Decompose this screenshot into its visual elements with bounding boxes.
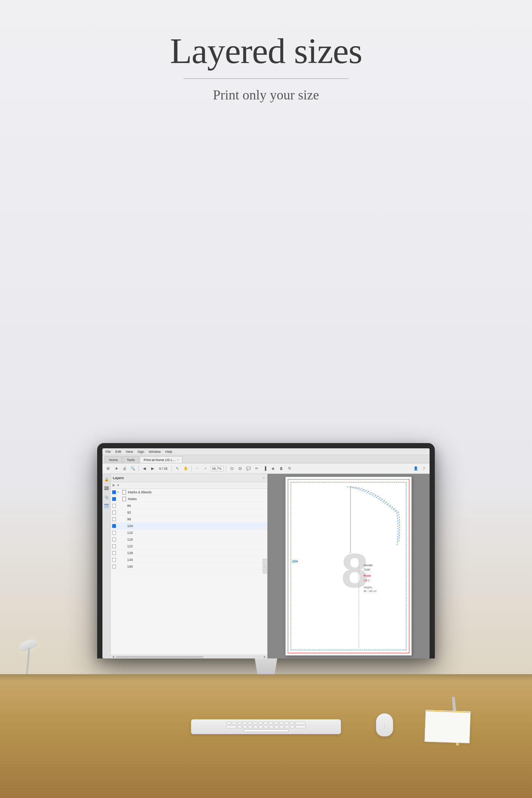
fit-page-icon[interactable]: ⊡ — [228, 465, 235, 472]
key — [279, 722, 284, 724]
layer-item-notes[interactable]: Notes — [111, 496, 267, 502]
comment-icon[interactable]: 💬 — [245, 465, 252, 472]
layers-panel: Layers × ⊞ ▾ ▾ — [111, 474, 268, 658]
layer-item-140[interactable]: 140 — [111, 563, 267, 570]
acrobat-left-panel-icons: 🔒 📎 — [102, 474, 111, 658]
layer-item-92[interactable]: 92 — [111, 509, 267, 516]
highlight-icon[interactable]: ▐ — [261, 465, 268, 472]
tab-close-icon[interactable]: × — [177, 458, 179, 461]
menu-sign[interactable]: Sign — [137, 450, 144, 454]
pages-icon[interactable]: ⊞ — [105, 465, 111, 472]
layer-item-98[interactable]: 98 — [111, 516, 267, 523]
svg-rect-2 — [104, 489, 109, 490]
layer-label-86: 86 — [122, 504, 266, 508]
layer-checkbox-92[interactable] — [112, 511, 116, 514]
key-enter — [295, 726, 306, 728]
menu-window[interactable]: Window — [149, 450, 161, 454]
layer-checkbox-notes[interactable] — [112, 497, 116, 501]
key — [263, 722, 268, 724]
zoom-icon[interactable]: 🔍 — [129, 465, 136, 472]
layer-checkbox-110[interactable] — [112, 531, 116, 535]
svg-rect-4 — [104, 506, 109, 507]
layer-item-128[interactable]: 128 — [111, 550, 267, 556]
menu-file[interactable]: File — [105, 450, 111, 454]
layer-item-104[interactable]: 104 — [111, 523, 267, 529]
scrollbar-thumb — [116, 656, 203, 658]
title-divider — [183, 78, 349, 79]
tab-home[interactable]: Home — [105, 456, 122, 463]
scroll-right-icon[interactable]: ▶ — [264, 655, 266, 658]
layer-item-116[interactable]: 116 — [111, 536, 267, 543]
layers-tool-1[interactable]: ⊞ — [112, 484, 115, 487]
page-number-label: 104 — [292, 559, 298, 563]
layers-icon[interactable] — [104, 485, 110, 491]
help-icon[interactable]: ? — [421, 465, 427, 472]
key — [237, 726, 242, 728]
key — [248, 726, 252, 728]
menu-edit[interactable]: Edit — [116, 450, 122, 454]
next-page-icon[interactable]: ▶ — [149, 465, 156, 472]
bookmark-icon[interactable]: ★ — [113, 465, 120, 472]
menu-view[interactable]: View — [126, 450, 133, 454]
layer-item-122[interactable]: 122 — [111, 543, 267, 550]
layer-item-110[interactable]: 110 — [111, 529, 267, 536]
key — [285, 726, 289, 728]
layers-panel-icon[interactable] — [104, 503, 110, 509]
tab-document[interactable]: Print-at-home US L... × — [140, 456, 183, 463]
tab-tools[interactable]: Tools — [123, 456, 139, 463]
layer-item-134[interactable]: 134 — [111, 556, 267, 563]
zoom-level[interactable]: 66.7% — [210, 466, 224, 471]
key — [290, 722, 294, 724]
layer-label-98: 98 — [122, 517, 266, 521]
print-icon[interactable]: 🖨 — [121, 465, 128, 472]
crop-icon[interactable]: ⊟ — [237, 465, 243, 472]
layer-checkbox-128[interactable] — [112, 551, 116, 555]
layer-checkbox-86[interactable] — [112, 504, 116, 508]
layers-close-button[interactable]: × — [263, 476, 264, 480]
layer-checkbox-marks-bleeds[interactable] — [112, 490, 116, 494]
heights-label: Heights: — [364, 586, 376, 589]
rotate-icon[interactable]: ↻ — [286, 465, 293, 472]
layer-expand-marks-bleeds[interactable]: ▾ — [117, 491, 120, 494]
toolbar-tabs: Home Tools Print-at-home US L... × — [102, 455, 430, 463]
hand-tool-icon[interactable]: ✋ — [182, 465, 189, 472]
cursor-tool-icon[interactable]: ↖ — [174, 465, 181, 472]
panel-expand-arrow[interactable]: › — [263, 559, 267, 574]
draw-icon[interactable]: ✏ — [253, 465, 260, 472]
zoom-out-icon[interactable]: − — [194, 465, 201, 472]
layer-item-marks-bleeds[interactable]: ▾ Marks & Bleeds — [111, 489, 267, 496]
layers-tool-2[interactable]: ▾ — [117, 484, 119, 487]
layer-label-116: 116 — [122, 538, 266, 541]
delete-icon[interactable]: 🗑 — [278, 465, 285, 472]
layer-item-86[interactable]: 86 — [111, 502, 267, 509]
page-nav[interactable]: 9 / 26 — [159, 467, 168, 470]
layer-label-122: 122 — [122, 544, 266, 548]
layer-checkbox-122[interactable] — [112, 544, 116, 548]
layer-label-104: 104 — [122, 524, 266, 528]
layer-checkbox-98[interactable] — [112, 517, 116, 521]
key — [284, 722, 289, 724]
scrollbar-track[interactable] — [116, 656, 262, 658]
zoom-in-icon[interactable]: + — [202, 465, 209, 472]
page-title: Layered sizes — [0, 30, 532, 72]
desktop-scene: File Edit View Sign Window Help Home To — [0, 179, 532, 798]
stamp-icon[interactable]: ◈ — [270, 465, 277, 472]
layer-checkbox-134[interactable] — [112, 558, 116, 562]
prev-page-icon[interactable]: ◀ — [141, 465, 148, 472]
layer-checkbox-104[interactable] — [112, 524, 116, 528]
key — [274, 722, 278, 724]
account-icon[interactable]: 👤 — [412, 465, 419, 472]
lock-icon[interactable]: 🔒 — [104, 476, 110, 482]
layer-checkbox-140[interactable] — [112, 565, 116, 568]
scroll-left-icon[interactable]: ◀ — [112, 655, 114, 658]
toolbar-sep-4 — [226, 466, 226, 472]
paperclip-icon[interactable]: 📎 — [104, 494, 110, 500]
layer-label-128: 128 — [122, 551, 266, 555]
menu-help[interactable]: Help — [165, 450, 172, 454]
main-toolbar: ⊞ ★ 🖨 🔍 ◀ ▶ 9 / 26 ↖ ✋ − + — [102, 463, 430, 474]
layers-toolbar: ⊞ ▾ — [111, 482, 267, 489]
layer-label-110: 110 — [122, 531, 266, 535]
layer-checkbox-116[interactable] — [112, 538, 116, 541]
page-subtitle: Print only your size — [0, 87, 532, 103]
notepad — [425, 710, 471, 743]
